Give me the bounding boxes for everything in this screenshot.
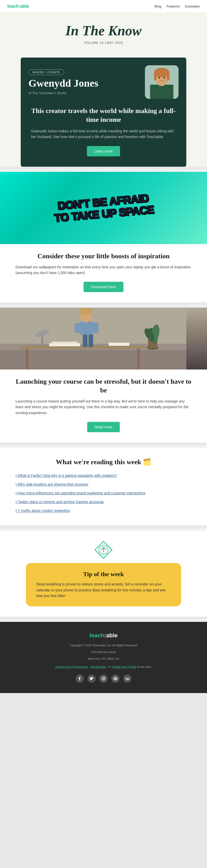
svg-rect-23 [80, 322, 93, 335]
footer-links: Change Your Preferences , Unsubscribe , … [16, 664, 191, 670]
svg-rect-39 [126, 678, 127, 680]
list-item: Twitter plans to remove and archive inac… [16, 497, 191, 506]
volume-label: VOLUME 19 | MAY 2023 [16, 41, 191, 44]
nav-links: Blog Features Examples [155, 4, 200, 8]
twitter-icon[interactable] [87, 675, 96, 683]
nav-examples[interactable]: Examples [185, 4, 200, 8]
list-item: How micro-influencers are upending brand… [16, 489, 191, 497]
workspace-image [0, 308, 207, 370]
workspace-section: Launching your course can be stressful, … [0, 308, 207, 442]
header-section: In The Know VOLUME 19 | MAY 2023 [0, 13, 207, 58]
svg-rect-24 [75, 323, 80, 333]
creator-studio: of The Translator's Studio [28, 91, 140, 95]
creator-portrait-svg [145, 65, 179, 99]
tip-section: Tip of the week Deep breathing is proven… [0, 530, 207, 617]
tip-icon-svg [95, 541, 112, 559]
pinterest-icon[interactable] [111, 675, 120, 683]
svg-point-9 [163, 77, 165, 79]
footer-address2: New York, NY, 10016 US [16, 656, 191, 661]
svg-point-8 [158, 77, 160, 79]
svg-rect-32 [52, 342, 78, 344]
feature-card-text: WHERE I CREATE Gwenydd Jones of The Tran… [28, 69, 140, 95]
reading-link-4[interactable]: Twitter plans to remove and archive inac… [16, 500, 104, 504]
reading-link-2[interactable]: Why side-hustlers are sharing their inco… [16, 482, 88, 486]
wallpaper-overlay-text: DON'T BE AFRAIDTO TAKE UP SPACE [53, 192, 154, 224]
tip-text: Deep breathing is proven to reduce stres… [36, 581, 171, 599]
workspace-text: Launching a course means putting yoursel… [16, 398, 191, 416]
instagram-icon[interactable] [99, 675, 108, 683]
nav-features[interactable]: Features [166, 4, 180, 8]
svg-point-38 [104, 678, 105, 678]
wallpaper-title: Consider these your little boosts of ins… [16, 252, 191, 260]
story-section: This creator travels the world while mak… [21, 104, 186, 166]
tip-card: Tip of the week Deep breathing is proven… [26, 563, 181, 607]
tip-icon [95, 541, 112, 559]
story-title: This creator travels the world while mak… [31, 106, 176, 124]
list-item: What is Fanfix? And why is it gaining po… [16, 471, 191, 480]
svg-rect-19 [26, 349, 28, 370]
reading-section: What we're reading this week 🗂️ What is … [0, 448, 207, 525]
story-text: Gwenydd Jones makes a full-time income w… [31, 128, 176, 140]
where-i-create-badge: WHERE I CREATE [28, 69, 64, 75]
facebook-icon[interactable] [76, 675, 84, 683]
navigation: teach:able Blog Features Examples [0, 0, 207, 13]
tip-title: Tip of the week [36, 571, 171, 578]
svg-rect-25 [93, 322, 98, 333]
workspace-content: Launching your course can be stressful, … [0, 370, 207, 442]
svg-rect-33 [109, 343, 129, 346]
svg-rect-20 [137, 349, 140, 370]
footer-preferences-link[interactable]: Change Your Preferences [55, 665, 88, 668]
svg-rect-2 [150, 85, 173, 99]
list-item: 7 myths about creator marketing [16, 506, 191, 515]
svg-rect-6 [154, 72, 157, 80]
list-item: Why side-hustlers are sharing their inco… [16, 480, 191, 489]
footer-copyright: Copyright © 2023 Teachable, Inc. All Rig… [16, 643, 191, 648]
linkedin-icon[interactable] [123, 675, 131, 683]
creator-photo [145, 65, 179, 99]
footer-logo: teach:able [16, 632, 191, 639]
wallpaper-content: Consider these your little boosts of ins… [0, 244, 207, 303]
wallpaper-text: Download our wallpapers for motivation s… [16, 264, 191, 276]
learn-more-button[interactable]: Learn more [87, 146, 120, 156]
svg-point-40 [126, 677, 127, 678]
footer-address1: 470 Park Ave South [16, 650, 191, 655]
site-logo[interactable]: teach:able [7, 4, 29, 9]
feature-card: WHERE I CREATE Gwenydd Jones of The Tran… [21, 58, 186, 166]
workspace-title: Launching your course can be stressful, … [16, 377, 191, 395]
wallpaper-image: DON'T BE AFRAIDTO TAKE UP SPACE [0, 172, 207, 244]
reading-title: What we're reading this week 🗂️ [16, 458, 191, 466]
footer-unsubscribe-link[interactable]: Unsubscribe [90, 665, 106, 668]
reading-link-3[interactable]: How micro-influencers are upending brand… [16, 491, 146, 495]
reading-link-5[interactable]: 7 myths about creator marketing [16, 508, 70, 513]
svg-point-37 [103, 678, 104, 679]
reading-link-1[interactable]: What is Fanfix? And why is it gaining po… [16, 473, 117, 477]
footer-profile-link[interactable]: Update Your Profile [112, 665, 136, 668]
page-title: In The Know [16, 23, 191, 38]
svg-rect-7 [167, 72, 170, 80]
footer: teach:able Copyright © 2023 Teachable, I… [0, 622, 207, 693]
reading-list: What is Fanfix? And why is it gaining po… [16, 471, 191, 515]
wallpaper-section: DON'T BE AFRAIDTO TAKE UP SPACE Consider… [0, 172, 207, 303]
read-more-button[interactable]: Read more [87, 422, 120, 432]
social-icons [16, 675, 191, 683]
download-button[interactable]: Download them [83, 282, 123, 292]
workspace-svg [0, 308, 186, 370]
svg-point-28 [80, 308, 92, 315]
creator-name: Gwenydd Jones [28, 78, 140, 89]
main-content: In The Know VOLUME 19 | MAY 2023 WHERE I… [0, 13, 207, 693]
nav-blog[interactable]: Blog [155, 4, 161, 8]
